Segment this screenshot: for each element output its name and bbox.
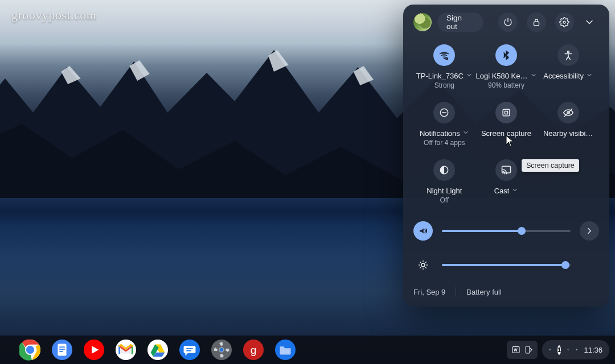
word-doc-icon <box>511 345 520 354</box>
svg-point-2 <box>444 58 445 59</box>
svg-point-1 <box>563 21 565 23</box>
tile-night-light-sub: Off <box>440 196 449 204</box>
tile-nearby-label: Nearby visibi… <box>543 129 593 138</box>
wifi-icon <box>433 44 455 66</box>
system-tray: 1 11:36 <box>507 340 609 359</box>
tile-notifications-sub: Off for 4 apps <box>424 139 465 147</box>
footer-battery: Battery full <box>466 288 501 296</box>
collapse-panel-button[interactable] <box>580 16 599 28</box>
tile-wifi[interactable]: TP-Link_736C Strong <box>413 44 475 89</box>
tile-screen-capture-label: Screen capture <box>481 129 531 138</box>
svg-rect-7 <box>503 109 510 116</box>
tile-cast-label: Cast <box>494 187 510 195</box>
svg-point-51 <box>220 348 223 351</box>
app-gmail[interactable] <box>115 339 137 361</box>
bluetooth-icon <box>495 44 517 66</box>
tile-notifications[interactable]: Notifications Off for 4 apps <box>413 102 475 147</box>
tile-bluetooth-label: Logi K580 Ke… <box>475 72 527 80</box>
tile-notifications-label: Notifications <box>420 129 460 138</box>
svg-text:g: g <box>251 344 257 356</box>
cast-icon <box>495 159 517 181</box>
svg-rect-40 <box>186 350 191 351</box>
phone-link-icon <box>524 345 533 354</box>
chevron-down-icon <box>586 72 593 80</box>
quick-settings-panel: Sign out TP-Link_736C Strong <box>403 5 609 307</box>
do-not-disturb-icon <box>433 102 455 123</box>
brightness-slider[interactable] <box>442 264 571 266</box>
tile-bluetooth-sub: 90% battery <box>488 81 524 89</box>
shelf-apps: g <box>19 339 296 361</box>
tile-nearby-visibility[interactable]: Nearby visibi… <box>537 102 599 147</box>
status-area[interactable]: 1 11:36 <box>542 340 609 359</box>
svg-point-34 <box>147 340 168 360</box>
notification-count-badge: 1 <box>557 345 561 355</box>
tooltip-screen-capture: Screen capture <box>522 159 579 172</box>
tray-clock: 11:36 <box>584 346 602 354</box>
svg-point-25 <box>26 345 35 354</box>
chevron-down-icon <box>530 72 537 80</box>
svg-rect-0 <box>534 22 539 26</box>
svg-rect-30 <box>59 351 63 352</box>
app-grammarly[interactable]: g <box>243 339 264 361</box>
power-button[interactable] <box>498 13 518 32</box>
settings-button[interactable] <box>555 13 575 32</box>
svg-line-22 <box>425 262 426 263</box>
svg-line-21 <box>420 267 421 268</box>
svg-rect-8 <box>505 111 507 114</box>
tile-bluetooth[interactable]: Logi K580 Ke… 90% battery <box>475 44 538 89</box>
svg-line-19 <box>420 262 421 263</box>
svg-rect-29 <box>59 349 65 350</box>
tile-night-light[interactable]: Night Light Off <box>413 159 475 204</box>
app-settings[interactable] <box>211 339 232 361</box>
audio-settings-button[interactable] <box>580 221 599 241</box>
app-drive[interactable] <box>147 339 169 361</box>
app-messages[interactable] <box>179 339 200 361</box>
sign-out-button[interactable]: Sign out <box>437 13 483 32</box>
wifi-status-icon <box>567 349 569 351</box>
tray-pinned-indicators[interactable] <box>507 341 538 359</box>
tile-night-light-label: Night Light <box>427 187 462 195</box>
volume-icon[interactable] <box>413 221 433 241</box>
app-files[interactable] <box>274 339 296 361</box>
avatar[interactable] <box>413 13 432 31</box>
shelf: g 1 11:36 <box>0 336 615 364</box>
svg-rect-39 <box>186 348 192 349</box>
site-watermark: groovypost.com <box>11 8 96 23</box>
app-chrome[interactable] <box>19 339 41 361</box>
app-youtube[interactable] <box>83 339 105 361</box>
chevron-down-icon <box>466 72 473 80</box>
svg-line-20 <box>425 267 426 268</box>
tile-accessibility[interactable]: Accessibility <box>537 44 599 89</box>
chevron-down-icon <box>462 129 469 138</box>
svg-point-14 <box>421 263 425 267</box>
brightness-slider-trail <box>580 255 599 275</box>
footer-date: Fri, Sep 9 <box>413 288 445 296</box>
update-arrow-icon <box>549 349 551 351</box>
svg-rect-28 <box>59 346 65 348</box>
accessibility-icon <box>557 44 579 66</box>
screen-capture-icon <box>495 102 517 123</box>
volume-slider-row <box>413 221 599 241</box>
lock-button[interactable] <box>527 13 546 32</box>
tile-screen-capture[interactable]: Screen capture <box>475 102 538 147</box>
chevron-down-icon <box>511 187 518 195</box>
battery-status-icon <box>576 349 578 351</box>
brightness-icon[interactable] <box>413 255 433 275</box>
night-light-icon <box>433 159 455 181</box>
quick-settings-footer: Fri, Sep 9 Battery full <box>413 287 599 296</box>
tile-accessibility-label: Accessibility <box>543 72 584 80</box>
tile-wifi-label: TP-Link_736C <box>416 72 464 80</box>
svg-rect-56 <box>526 346 530 353</box>
footer-divider <box>456 287 456 296</box>
svg-point-13 <box>502 172 503 173</box>
visibility-off-icon <box>557 102 579 123</box>
brightness-slider-row <box>413 255 599 275</box>
quick-settings-header: Sign out <box>413 13 599 32</box>
tile-wifi-sub: Strong <box>434 81 454 89</box>
svg-point-4 <box>567 51 569 53</box>
app-docs[interactable] <box>51 339 73 361</box>
volume-slider[interactable] <box>442 230 571 232</box>
